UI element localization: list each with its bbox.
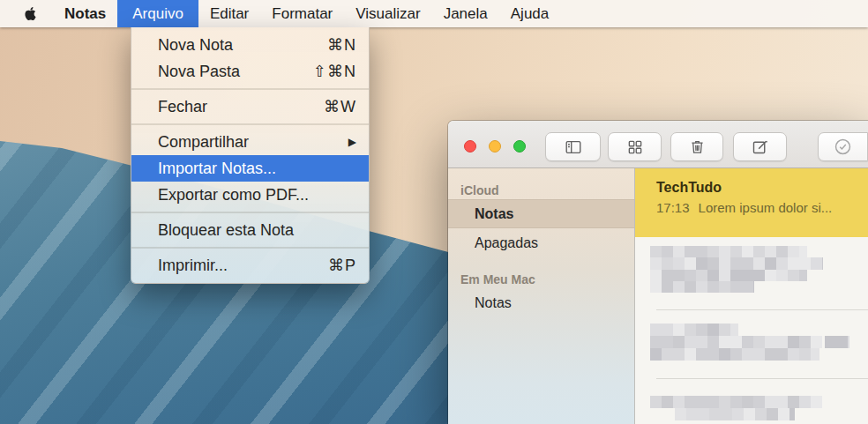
apple-menu[interactable] xyxy=(0,0,53,27)
note-item-selected[interactable]: TechTudo 17:13Lorem ipsum dolor si... xyxy=(635,168,868,237)
redacted-mosaic xyxy=(650,270,807,281)
redacted-mosaic xyxy=(675,408,795,420)
submenu-arrow-icon: ▶ xyxy=(348,136,356,148)
grid-view-button[interactable] xyxy=(608,132,662,161)
redacted-mosaic xyxy=(650,324,738,336)
menu-item-label: Bloquear esta Nota xyxy=(158,221,356,240)
window-titlebar[interactable] xyxy=(448,121,868,168)
window-body: iCloudNotasApagadasEm Meu MacNotas TechT… xyxy=(448,168,868,424)
menu-bar: NotasArquivoEditarFormatarVisualizarJane… xyxy=(0,0,868,27)
sidebar-item-em-meu-mac-notas[interactable]: Notas xyxy=(448,288,634,317)
menu-item-label: Compartilhar xyxy=(158,133,348,152)
menu-item-nova-pasta[interactable]: Nova Pasta⇧⌘N xyxy=(131,58,369,85)
note-preview: Lorem ipsum dolor si... xyxy=(699,200,833,215)
checklist-button[interactable] xyxy=(818,132,868,161)
redacted-mosaic xyxy=(650,281,754,293)
menu-item-importar-notas[interactable]: Importar Notas... xyxy=(131,155,369,182)
menu-item-label: Nova Pasta xyxy=(158,63,313,81)
zoom-button[interactable] xyxy=(513,140,526,152)
menu-item-fechar[interactable]: Fechar⌘W xyxy=(131,93,369,120)
menu-separator xyxy=(131,247,369,249)
redacted-mosaic xyxy=(650,396,822,408)
menu-separator xyxy=(131,123,369,125)
menu-item-compartilhar[interactable]: Compartilhar▶ xyxy=(131,129,369,155)
menu-item-label: Fechar xyxy=(158,98,324,116)
menu-item-imprimir[interactable]: Imprimir...⌘P xyxy=(131,252,369,279)
note-title: TechTudo xyxy=(656,180,859,196)
menu-separator xyxy=(131,88,369,90)
menu-item-shortcut: ⌘P xyxy=(328,256,356,275)
note-list: TechTudo 17:13Lorem ipsum dolor si... xyxy=(635,168,868,424)
redacted-mosaic xyxy=(650,348,819,361)
notes-window: iCloudNotasApagadasEm Meu MacNotas TechT… xyxy=(448,121,868,424)
sidebar-toggle-icon xyxy=(564,138,583,157)
redacted-mosaic xyxy=(650,246,807,257)
close-button[interactable] xyxy=(464,140,476,152)
sidebar-header-em-meu-mac: Em Meu Mac xyxy=(448,271,634,288)
menu-item-label: Exportar como PDF... xyxy=(158,186,356,205)
menubar-item-arquivo[interactable]: Arquivo xyxy=(117,0,198,27)
note-separator xyxy=(656,309,868,310)
menubar-item-editar[interactable]: Editar xyxy=(198,0,260,27)
note-meta: 17:13Lorem ipsum dolor si... xyxy=(656,200,859,215)
file-menu-dropdown: Nova Nota⌘NNova Pasta⇧⌘NFechar⌘WComparti… xyxy=(131,27,370,284)
menubar-item-ajuda[interactable]: Ajuda xyxy=(499,0,560,27)
redacted-mosaic xyxy=(650,257,823,270)
menu-item-bloquear-esta-nota[interactable]: Bloquear esta Nota xyxy=(131,217,369,243)
delete-note-button[interactable] xyxy=(670,132,723,161)
sidebar-header-icloud: iCloud xyxy=(448,182,634,199)
menu-item-label: Importar Notas... xyxy=(158,160,356,178)
menubar-item-formatar[interactable]: Formatar xyxy=(260,0,344,27)
redacted-mosaic xyxy=(650,336,822,348)
menu-item-shortcut: ⌘W xyxy=(324,97,356,116)
menubar-item-janela[interactable]: Janela xyxy=(432,0,499,27)
menubar-item-notas[interactable]: Notas xyxy=(53,0,117,27)
menu-item-label: Nova Nota xyxy=(158,36,327,55)
desktop: NotasArquivoEditarFormatarVisualizarJane… xyxy=(0,0,868,424)
note-separator xyxy=(656,378,868,379)
folders-sidebar: iCloudNotasApagadasEm Meu MacNotas xyxy=(448,168,635,424)
minimize-button[interactable] xyxy=(489,140,501,152)
grid-view-icon xyxy=(626,138,644,156)
new-note-button[interactable] xyxy=(733,132,787,161)
trash-icon xyxy=(688,138,707,156)
menubar-item-visualizar[interactable]: Visualizar xyxy=(344,0,431,27)
toggle-folders-button[interactable] xyxy=(545,132,601,161)
redacted-mosaic xyxy=(825,336,849,348)
checklist-icon xyxy=(833,137,853,157)
menu-item-shortcut: ⌘N xyxy=(327,35,356,55)
sidebar-item-icloud-notas[interactable]: Notas xyxy=(448,199,634,228)
menu-item-exportar-como-pdf[interactable]: Exportar como PDF... xyxy=(131,182,369,208)
menu-item-label: Imprimir... xyxy=(158,257,328,275)
menu-item-shortcut: ⇧⌘N xyxy=(313,62,356,81)
compose-icon xyxy=(751,138,769,156)
apple-icon xyxy=(24,6,37,21)
menu-item-nova-nota[interactable]: Nova Nota⌘N xyxy=(131,32,369,58)
menu-separator xyxy=(131,212,369,213)
sidebar-item-icloud-apagadas[interactable]: Apagadas xyxy=(448,228,634,257)
note-time: 17:13 xyxy=(656,200,690,215)
